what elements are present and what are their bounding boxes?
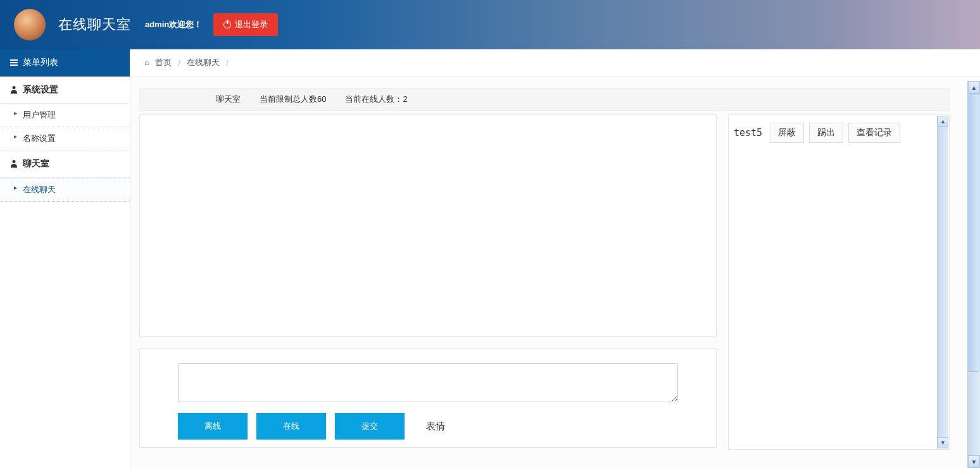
breadcrumb-separator: / [226, 58, 229, 68]
breadcrumb: ⌂ 首页 / 在线聊天 / [130, 49, 980, 77]
app-header: 在线聊天室 admin欢迎您！ 退出登录 [0, 0, 980, 49]
user-row: test5 屏蔽 踢出 查看记录 [729, 120, 949, 145]
block-button[interactable]: 屏蔽 [770, 123, 804, 143]
chat-room-label: 聊天室 [216, 94, 241, 105]
menu-item-label: 名称设置 [23, 133, 56, 143]
app-title: 在线聊天室 [58, 15, 131, 34]
chat-message-area [139, 114, 717, 337]
chat-input-panel: 离线 在线 提交 表情 [139, 348, 717, 448]
online-users-panel: test5 屏蔽 踢出 查看记录 ▲ ▼ [728, 114, 950, 450]
offline-button[interactable]: 离线 [178, 413, 248, 440]
sidebar: 菜单列表 系统设置 用户管理 名称设置 聊天室 在线聊天 [0, 49, 130, 468]
menu-item-label: 用户管理 [23, 110, 56, 120]
menu-section-chatroom[interactable]: 聊天室 [0, 151, 130, 178]
sidebar-header-label: 菜单列表 [23, 57, 58, 68]
scroll-down-icon[interactable]: ▼ [968, 455, 980, 468]
menu-item-user-management[interactable]: 用户管理 [0, 104, 130, 127]
power-icon [223, 21, 231, 28]
chat-status-bar: 聊天室 当前限制总人数60 当前在线人数：2 [139, 88, 950, 111]
logout-button[interactable]: 退出登录 [213, 13, 278, 36]
chat-online-label: 当前在线人数：2 [345, 94, 407, 105]
chat-limit-label: 当前限制总人数60 [260, 94, 326, 105]
avatar [14, 9, 46, 40]
sidebar-header: 菜单列表 [0, 49, 130, 77]
menu-section-system[interactable]: 系统设置 [0, 77, 130, 104]
list-icon [10, 59, 18, 66]
logout-label: 退出登录 [235, 19, 268, 30]
menu-section-label: 系统设置 [23, 84, 58, 95]
submit-button[interactable]: 提交 [335, 413, 405, 440]
main-content: ⌂ 首页 / 在线聊天 / 聊天室 当前限制总人数60 当前在线人数：2 离线 [130, 49, 980, 468]
kick-button[interactable]: 踢出 [809, 123, 843, 143]
view-log-button[interactable]: 查看记录 [848, 123, 900, 143]
scroll-thumb[interactable] [969, 94, 979, 372]
breadcrumb-home[interactable]: 首页 [155, 57, 172, 68]
user-icon [10, 160, 18, 168]
scroll-down-icon[interactable]: ▼ [938, 437, 948, 448]
menu-section-label: 聊天室 [23, 158, 49, 169]
chat-textarea[interactable] [178, 363, 678, 402]
user-icon [10, 86, 18, 94]
outer-scrollbar[interactable]: ▲ ▼ [967, 81, 980, 468]
scroll-up-icon[interactable]: ▲ [968, 81, 980, 94]
online-button[interactable]: 在线 [256, 413, 326, 440]
menu-item-label: 在线聊天 [23, 185, 56, 194]
menu-item-online-chat[interactable]: 在线聊天 [0, 178, 130, 202]
breadcrumb-separator: / [178, 58, 180, 68]
inner-scrollbar[interactable]: ▲ ▼ [937, 116, 948, 448]
welcome-text: admin欢迎您！ [145, 19, 202, 30]
home-icon: ⌂ [144, 58, 149, 67]
scroll-up-icon[interactable]: ▲ [938, 116, 948, 127]
breadcrumb-current: 在线聊天 [187, 57, 220, 68]
menu-item-name-settings[interactable]: 名称设置 [0, 127, 130, 151]
user-name: test5 [734, 127, 762, 139]
emoji-button[interactable]: 表情 [426, 421, 445, 433]
